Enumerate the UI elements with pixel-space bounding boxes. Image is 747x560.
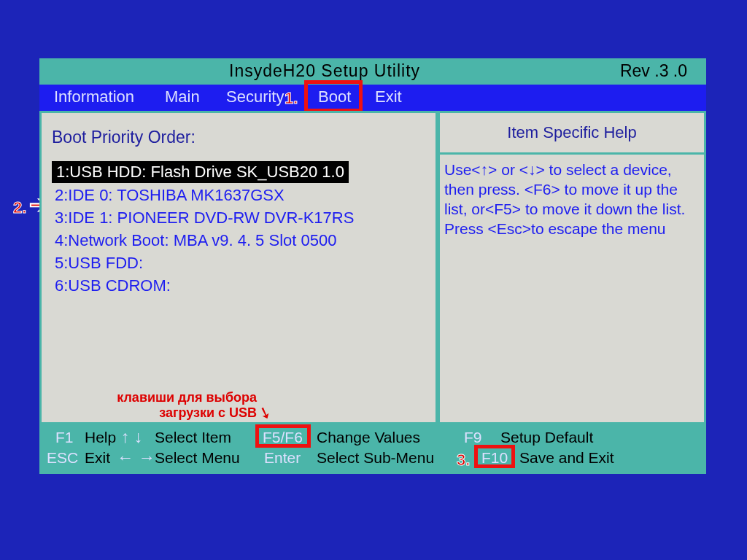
help-pane: Item Specific Help Use<↑> or <↓> to sele… (438, 111, 706, 424)
boot-item-5[interactable]: 5:USB FDD: (52, 252, 428, 274)
arrows-updown-icon: ↑ ↓ (121, 427, 142, 447)
label-select-menu: Select Menu (155, 449, 240, 467)
annotation-usb-hint: клавиши для выбора загрузки с USB (96, 390, 257, 421)
key-f9: F9 (464, 429, 482, 446)
content-area: Boot Priority Order: 1:USB HDD: Flash Dr… (39, 111, 706, 424)
boot-priority-pane: Boot Priority Order: 1:USB HDD: Flash Dr… (39, 111, 438, 424)
menu-exit[interactable]: Exit (375, 88, 402, 106)
boot-item-3[interactable]: 3:IDE 1: PIONEER DVD-RW DVR-K17RS (52, 207, 428, 229)
title-bar: InsydeH20 Setup Utility Rev .3 .0 (39, 58, 706, 85)
arrows-leftright-icon: ← → (117, 448, 155, 467)
boot-item-6[interactable]: 6:USB CDROM: (52, 275, 428, 297)
boot-item-2[interactable]: 2:IDE 0: TOSHIBA MK1637GSX (52, 184, 428, 206)
menu-bar: Information Main Security Boot Exit 1. (39, 85, 706, 111)
menu-security[interactable]: Security (226, 88, 284, 106)
help-header: Item Specific Help (440, 113, 704, 155)
boot-item-4[interactable]: 4:Network Boot: MBA v9. 4. 5 Slot 0500 (52, 230, 428, 252)
title-text: InsydeH20 Setup Utility (229, 61, 420, 81)
menu-main[interactable]: Main (165, 88, 200, 106)
menu-information[interactable]: Information (54, 88, 134, 106)
key-esc: ESC (47, 449, 78, 467)
label-help: Help (85, 429, 116, 446)
key-enter: Enter (264, 449, 301, 467)
label-save-exit: Save and Exit (519, 449, 614, 467)
boot-item-1[interactable]: 1:USB HDD: Flash Drive SK_USB20 1.0 (52, 161, 349, 183)
footer-legend: F1 Help ↑ ↓ Select Item F5/F6 Change Val… (39, 424, 706, 474)
label-change-values: Change Values (317, 429, 420, 446)
help-body: Use<↑> or <↓> to select a device, then p… (440, 155, 704, 245)
boot-priority-heading: Boot Priority Order: (52, 128, 428, 147)
label-select-item: Select Item (155, 429, 231, 446)
key-f1: F1 (55, 429, 74, 446)
menu-boot[interactable]: Boot (318, 88, 351, 106)
key-f5f6: F5/F6 (263, 429, 303, 446)
bios-window: InsydeH20 Setup Utility Rev .3 .0 Inform… (39, 58, 706, 474)
label-exit: Exit (85, 449, 110, 467)
label-setup-default: Setup Default (500, 429, 593, 446)
label-select-submenu: Select Sub-Menu (317, 449, 434, 467)
annotation-number-2: 2. (13, 198, 26, 217)
key-f10: F10 (481, 449, 508, 467)
annotation-number-1: 1. (285, 89, 298, 108)
title-revision: Rev .3 .0 (620, 61, 687, 81)
annotation-number-3: 3. (457, 451, 470, 470)
